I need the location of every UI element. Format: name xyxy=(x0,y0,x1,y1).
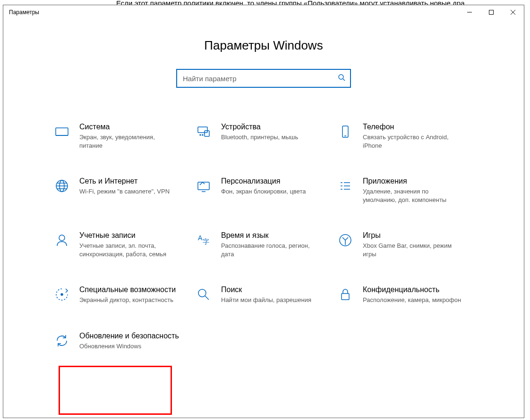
apps-icon xyxy=(337,178,353,194)
tile-devices[interactable]: Устройства Bluetooth, принтеры, мышь xyxy=(193,120,334,152)
tile-title: Устройства xyxy=(221,123,332,131)
minimize-button[interactable] xyxy=(459,5,480,19)
titlebar: Параметры xyxy=(3,5,524,19)
tile-title: Обновление и безопасность xyxy=(79,332,190,340)
tile-desc: Xbox Game Bar, снимки, режим игры xyxy=(363,242,473,258)
tile-network[interactable]: Сеть и Интернет Wi-Fi, режим "в самолете… xyxy=(51,174,193,207)
personalization-icon xyxy=(196,178,212,194)
phone-icon xyxy=(337,124,353,140)
tile-title: Время и язык xyxy=(221,231,332,240)
search-tile-icon xyxy=(196,286,212,302)
svg-point-10 xyxy=(200,134,201,135)
tile-title: Приложения xyxy=(363,177,473,185)
svg-point-32 xyxy=(198,289,206,297)
tile-personalization[interactable]: Персонализация Фон, экран блокировки, цв… xyxy=(193,174,334,207)
globe-icon xyxy=(54,178,70,194)
settings-grid: Система Экран, звук, уведомления, питани… xyxy=(51,120,476,353)
svg-point-11 xyxy=(202,134,203,135)
search-box[interactable] xyxy=(176,69,351,88)
tile-desc: Экранный диктор, контрастность xyxy=(79,296,190,304)
tile-title: Специальные возможности xyxy=(79,286,190,294)
svg-rect-9 xyxy=(205,131,209,136)
tile-desc: Распознавание голоса, регион, дата xyxy=(221,242,332,258)
search-input[interactable] xyxy=(182,74,338,83)
svg-rect-8 xyxy=(198,127,207,133)
tile-system[interactable]: Система Экран, звук, уведомления, питани… xyxy=(51,120,193,152)
maximize-button[interactable] xyxy=(480,5,502,19)
tile-update-security[interactable]: Обновление и безопасность Обновления Win… xyxy=(51,329,193,353)
devices-icon xyxy=(196,124,212,140)
window-title: Параметры xyxy=(9,9,39,16)
tile-title: Поиск xyxy=(221,286,332,294)
tile-title: Сеть и Интернет xyxy=(79,177,190,185)
time-language-icon: A字 xyxy=(196,232,212,248)
svg-point-27 xyxy=(59,235,65,241)
tile-desc: Bluetooth, принтеры, мышь xyxy=(221,133,332,142)
svg-text:字: 字 xyxy=(203,238,209,245)
tile-title: Персонализация xyxy=(221,177,332,185)
tile-desc: Фон, экран блокировки, цвета xyxy=(221,187,332,196)
tile-desc: Удаление, значения по умолчанию, доп. ко… xyxy=(363,187,473,204)
tile-privacy[interactable]: Конфиденциальность Расположение, камера,… xyxy=(334,283,476,307)
close-button[interactable] xyxy=(502,5,524,19)
tile-desc: Обновления Windows xyxy=(79,342,190,351)
tile-desc: Расположение, камера, микрофон xyxy=(363,296,473,304)
svg-rect-6 xyxy=(56,128,68,135)
svg-text:A: A xyxy=(198,234,203,242)
tile-desc: Связать устройство с Android, iPhone xyxy=(363,133,473,150)
svg-line-5 xyxy=(343,79,345,81)
accounts-icon xyxy=(54,232,70,248)
tile-gaming[interactable]: Игры Xbox Game Bar, снимки, режим игры xyxy=(334,228,476,261)
tile-time-language[interactable]: A字 Время и язык Распознавание голоса, ре… xyxy=(193,228,334,261)
tile-title: Игры xyxy=(363,231,473,240)
tile-phone[interactable]: Телефон Связать устройство с Android, iP… xyxy=(334,120,476,152)
window-controls xyxy=(459,5,524,19)
search-icon xyxy=(338,74,345,83)
gaming-icon xyxy=(337,232,353,248)
tile-title: Конфиденциальность xyxy=(363,286,473,294)
tile-search[interactable]: Поиск Найти мои файлы, разрешения xyxy=(193,283,334,307)
tile-title: Телефон xyxy=(363,123,473,131)
svg-line-33 xyxy=(205,296,209,300)
tile-desc: Экран, звук, уведомления, питание xyxy=(79,133,190,150)
privacy-icon xyxy=(337,286,353,302)
content-area: Параметры Windows Система Экран, звук, у… xyxy=(3,19,524,353)
ease-of-access-icon xyxy=(54,286,70,302)
svg-point-31 xyxy=(61,294,63,295)
update-icon xyxy=(54,333,70,349)
tile-accounts[interactable]: Учетные записи Учетные записи, эл. почта… xyxy=(51,228,193,261)
tile-title: Система xyxy=(79,123,190,131)
tile-title: Учетные записи xyxy=(79,231,190,240)
tile-desc: Найти мои файлы, разрешения xyxy=(221,296,332,304)
system-icon xyxy=(54,124,70,140)
page-title: Параметры Windows xyxy=(204,38,323,53)
settings-window: Параметры Параметры Windows xyxy=(3,5,524,418)
svg-point-4 xyxy=(339,75,343,79)
tile-apps[interactable]: Приложения Удаление, значения по умолчан… xyxy=(334,174,476,207)
svg-rect-1 xyxy=(489,10,494,15)
svg-rect-34 xyxy=(342,294,349,300)
tile-ease-of-access[interactable]: Специальные возможности Экранный диктор,… xyxy=(51,283,193,307)
tile-desc: Учетные записи, эл. почта, синхронизация… xyxy=(79,242,190,258)
tile-desc: Wi-Fi, режим "в самолете", VPN xyxy=(79,187,190,196)
